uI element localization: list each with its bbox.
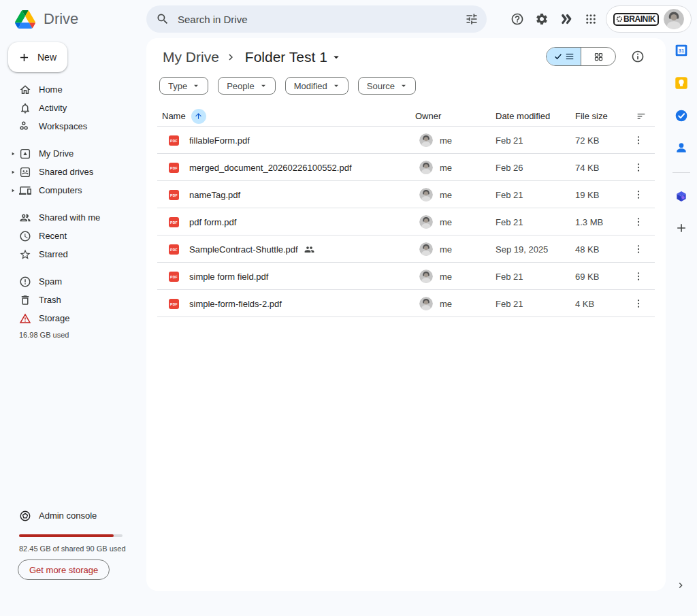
owner-label: me <box>440 127 452 154</box>
help-button[interactable] <box>505 7 530 31</box>
get-more-storage-button[interactable]: Get more storage <box>18 560 110 580</box>
bell-icon <box>19 102 31 114</box>
expand-arrow-icon[interactable] <box>10 151 16 157</box>
sidebar-item-admin-console[interactable]: Admin console <box>0 506 146 525</box>
sidebar-item-shared-drives[interactable]: Shared drives <box>0 163 146 181</box>
folder-menu-caret-icon <box>330 51 342 63</box>
file-row[interactable]: PDF simple-form-fields-2.pdf me Feb 21 4… <box>157 290 655 317</box>
filter-chip-type[interactable]: Type <box>159 77 208 95</box>
file-size: 74 KB <box>575 154 599 181</box>
tasks-button[interactable] <box>675 109 688 123</box>
sidebar-item-trash[interactable]: Trash <box>0 291 146 309</box>
expand-arrow-icon[interactable] <box>10 169 16 175</box>
filter-chip-modified[interactable]: Modified <box>285 77 348 95</box>
star-icon <box>19 248 31 261</box>
more-actions-button[interactable] <box>633 216 644 227</box>
tasks-icon <box>675 109 688 123</box>
sidebar-item-spam[interactable]: Spam <box>0 272 146 291</box>
shared-drives-icon <box>19 166 31 178</box>
google-apps-button[interactable] <box>579 7 603 31</box>
file-size: 48 KB <box>575 236 599 263</box>
sidebar-item-computers[interactable]: Computers <box>0 181 146 199</box>
sidebar-nav: Home Activity Workspaces My Drive Shared… <box>0 80 146 342</box>
search-bar[interactable] <box>146 5 487 33</box>
expand-panel-button[interactable] <box>675 580 686 591</box>
sidebar-bottom: Admin console 82.45 GB of shared 90 GB u… <box>0 506 146 525</box>
get-add-ons-button[interactable] <box>675 221 688 235</box>
file-row[interactable]: PDF fillableForm.pdf me Feb 21 72 KB <box>157 127 655 154</box>
sidebar-item-recent[interactable]: Recent <box>0 227 146 245</box>
workspaces-icon <box>19 120 31 133</box>
three-dots-icon <box>633 244 644 255</box>
more-actions-button[interactable] <box>633 244 644 255</box>
filter-chip-people[interactable]: People <box>218 77 275 95</box>
column-header-name[interactable]: Name <box>162 106 206 127</box>
addon-cube-button[interactable] <box>675 190 688 204</box>
sidebar-item-workspaces[interactable]: Workspaces <box>0 117 146 135</box>
pdf-file-icon: PDF <box>169 299 179 309</box>
keep-button[interactable] <box>675 76 688 90</box>
grid-view-button[interactable] <box>581 48 615 65</box>
calendar-button[interactable]: 31 <box>675 44 688 57</box>
file-row[interactable]: PDF merged_document_20260226100552.pdf m… <box>157 154 655 181</box>
file-row[interactable]: PDF pdf form.pdf me Feb 21 1.3 MB <box>157 208 655 236</box>
file-row[interactable]: PDF nameTag.pdf me Feb 21 19 KB <box>157 181 655 208</box>
owner-label: me <box>440 181 452 208</box>
more-actions-button[interactable] <box>633 271 644 282</box>
settings-button[interactable] <box>530 7 554 31</box>
file-row[interactable]: PDF SampleContract-Shuttle.pdf me Sep 19… <box>157 236 655 263</box>
sort-lines-icon <box>636 111 647 122</box>
owner-label: me <box>440 208 452 236</box>
filter-chips: Type People Modified Source <box>159 77 416 95</box>
date-modified: Feb 26 <box>496 154 523 181</box>
more-actions-button[interactable] <box>633 162 644 173</box>
sidebar-item-storage[interactable]: Storage <box>0 309 146 327</box>
breadcrumb-parent[interactable]: My Drive <box>163 49 219 65</box>
sidebar-item-my-drive[interactable]: My Drive <box>0 144 146 163</box>
file-name: merged_document_20260226100552.pdf <box>189 163 352 173</box>
owner-avatar <box>419 161 433 174</box>
owner-label: me <box>440 154 452 181</box>
sidebar-item-shared-with-me[interactable]: Shared with me <box>0 208 146 227</box>
sidebar-item-home[interactable]: Home <box>0 80 146 99</box>
pdf-file-icon: PDF <box>169 244 179 255</box>
user-avatar <box>664 9 684 29</box>
search-options-icon[interactable] <box>465 12 479 26</box>
trash-icon <box>19 294 31 306</box>
file-table: Name Owner Date modified File size PDF f… <box>157 106 655 317</box>
column-header-size[interactable]: File size <box>575 106 608 127</box>
shared-with-me-icon <box>19 212 31 224</box>
file-row[interactable]: PDF simple form field.pdf me Feb 21 69 K… <box>157 263 655 290</box>
brainik-logo: BRAINIK <box>613 13 659 26</box>
new-button[interactable]: New <box>8 42 67 72</box>
column-header-modified[interactable]: Date modified <box>496 106 550 127</box>
sort-ascending-badge <box>191 109 206 124</box>
keep-icon <box>675 76 688 90</box>
extension-button[interactable] <box>554 7 579 31</box>
pdf-file-icon: PDF <box>169 163 179 173</box>
sort-options-button[interactable] <box>634 106 648 127</box>
sidebar: New Home Activity Workspaces My Drive Sh… <box>0 38 146 616</box>
details-button[interactable] <box>631 49 646 64</box>
file-name: SampleContract-Shuttle.pdf <box>189 244 298 255</box>
account-button[interactable]: BRAINIK <box>606 5 692 33</box>
plus-icon <box>18 51 31 64</box>
sidebar-item-starred[interactable]: Starred <box>0 245 146 263</box>
file-size: 72 KB <box>575 127 599 154</box>
contacts-button[interactable] <box>675 141 688 155</box>
list-view-button[interactable] <box>547 48 581 65</box>
sidebar-item-activity[interactable]: Activity <box>0 99 146 117</box>
owner-label: me <box>440 290 452 317</box>
computers-icon <box>19 184 31 197</box>
more-actions-button[interactable] <box>633 189 644 200</box>
more-actions-button[interactable] <box>633 135 644 146</box>
info-icon <box>631 50 645 63</box>
breadcrumb-current[interactable]: Folder Test 1 <box>245 49 342 65</box>
chevron-down-icon <box>331 81 341 91</box>
search-input[interactable] <box>178 14 457 25</box>
expand-arrow-icon[interactable] <box>10 188 16 193</box>
pdf-file-icon: PDF <box>169 272 179 282</box>
more-actions-button[interactable] <box>633 298 644 309</box>
main-content: My Drive Folder Test 1 Type People Modif… <box>146 38 666 591</box>
filter-chip-source[interactable]: Source <box>358 77 416 95</box>
